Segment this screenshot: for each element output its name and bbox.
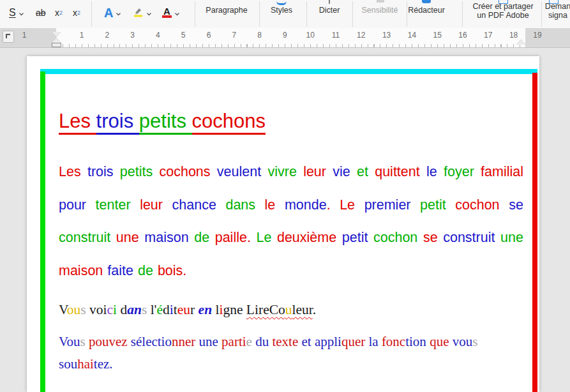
first-line-indent-marker[interactable] xyxy=(52,32,61,37)
toolbar-group-create-pdf[interactable]: Créer et partager un PDF Adobe xyxy=(472,3,533,20)
ruler-number: 4 xyxy=(154,31,162,40)
ruler-number: 14 xyxy=(406,31,418,40)
colored-text-segment: . xyxy=(109,356,112,372)
colored-text-segment: s xyxy=(472,334,477,349)
sensitivity-icon xyxy=(377,0,384,3)
story-paragraph[interactable]: Lestroispetitscochonsveulentvivreleurvie… xyxy=(59,156,523,287)
ruler-number: 15 xyxy=(431,31,444,40)
colored-text-segment: faite xyxy=(107,263,133,278)
colored-text-segment: appli xyxy=(311,334,341,349)
subscript-icon: x xyxy=(55,8,59,18)
colored-text-segment: monde xyxy=(285,197,327,213)
colored-text-segment: sélectio xyxy=(128,334,172,349)
underline-dropdown-chevron[interactable] xyxy=(19,7,24,19)
colored-text-segment: du xyxy=(252,334,269,349)
hanging-indent-marker[interactable] xyxy=(52,38,61,43)
toolbar-separator xyxy=(91,1,92,27)
colored-text-segment: s xyxy=(142,302,147,317)
font-color-button[interactable]: A xyxy=(162,0,180,26)
document-title[interactable]: Les trois petits cochons xyxy=(59,110,266,133)
colored-text-segment: leur xyxy=(292,302,313,317)
colored-text-segment: quittent xyxy=(375,164,420,179)
colored-text-segment: é xyxy=(156,302,163,317)
colored-text-segment: maison xyxy=(59,263,103,278)
colored-text-segment: fonc xyxy=(379,334,406,349)
colored-text-segment: maison xyxy=(144,230,188,245)
colored-text-segment: . xyxy=(313,302,316,317)
colored-text-segment: quer xyxy=(341,334,365,349)
document-page[interactable]: Les trois petits cochons Lestroispetitsc… xyxy=(27,56,539,392)
subscript-button[interactable]: x2 xyxy=(55,0,63,26)
colored-text-segment: une xyxy=(195,334,218,349)
colored-text-segment: se xyxy=(509,197,523,213)
right-indent-marker[interactable] xyxy=(516,40,525,45)
lirecouleur-editor-line[interactable]: Vous voici dans l'éditeur en ligne LireC… xyxy=(59,302,316,318)
page-border-right-red xyxy=(532,73,537,392)
font-color-dropdown-chevron[interactable] xyxy=(174,7,180,19)
colored-text-segment: d xyxy=(163,302,170,317)
colored-text-segment: l' xyxy=(147,302,156,317)
colored-text-segment: leur xyxy=(140,197,163,213)
toolbar-group-styles[interactable]: Styles xyxy=(271,6,292,15)
colored-text-segment: s xyxy=(80,334,85,349)
colored-text-segment: de xyxy=(138,263,153,278)
colored-text-segment: que xyxy=(426,334,449,349)
ruler-number: 11 xyxy=(330,31,341,40)
highlight-button[interactable] xyxy=(133,0,152,26)
colored-text-segment: vie xyxy=(333,164,350,179)
superscript-button[interactable]: x2 xyxy=(73,0,80,26)
colored-text-segment: trois xyxy=(87,164,114,179)
colored-text-segment: et xyxy=(298,334,311,349)
toolbar-separator xyxy=(462,1,463,27)
colored-text-segment: pouvez xyxy=(86,334,128,349)
colored-text-segment: d xyxy=(117,302,127,317)
colored-text-segment: construit xyxy=(59,230,110,245)
toolbar-separator xyxy=(407,1,407,27)
colored-text-segment: s xyxy=(80,302,86,317)
colored-text-segment: cochon xyxy=(373,230,417,245)
ruler-number: 12 xyxy=(355,31,367,40)
colored-text-segment: tenter xyxy=(96,197,131,213)
colored-text-segment: cochons xyxy=(159,164,210,179)
colored-text-segment: une xyxy=(500,230,523,245)
toolbar-group-redacteur[interactable]: Rédacteur xyxy=(408,6,445,15)
colored-text-segment: tion xyxy=(405,334,426,349)
text-line: Vous pouvez sélectionner une partie du t… xyxy=(59,331,477,353)
toolbar-group-request-signatures[interactable]: Deman signa xyxy=(545,3,570,20)
colored-text-segment: bois xyxy=(158,263,183,278)
colored-text-segment: une xyxy=(116,230,139,245)
page-border-top-cyan xyxy=(40,69,537,74)
colored-text-segment: cochons xyxy=(192,110,266,135)
ruler-number: 7 xyxy=(230,31,238,40)
text-effects-button[interactable]: A xyxy=(104,0,121,26)
underline-button[interactable]: S xyxy=(9,0,24,26)
tab-selector[interactable] xyxy=(3,31,14,43)
colored-text-segment: vou xyxy=(449,334,472,349)
instructions-paragraph[interactable]: Vous pouvez sélectionner une partie du t… xyxy=(59,331,477,375)
text-line: pourtenterleurchancedanslemonde.Lepremie… xyxy=(59,189,523,222)
colored-text-segment: eu xyxy=(177,302,190,317)
colored-text-segment: le xyxy=(265,197,276,213)
highlight-dropdown-chevron[interactable] xyxy=(146,7,152,19)
document-workspace: Les trois petits cochons Lestroispetitsc… xyxy=(0,48,570,392)
left-indent-marker[interactable] xyxy=(52,43,61,47)
colored-text-segment: . xyxy=(247,230,251,245)
strikethrough-button[interactable]: ab xyxy=(36,0,46,26)
colored-text-segment: se xyxy=(423,230,438,245)
text-effects-dropdown-chevron[interactable] xyxy=(116,7,121,19)
colored-text-segment: la xyxy=(365,334,378,349)
page-border-left-green xyxy=(40,72,45,392)
colored-text-segment: hai xyxy=(77,356,94,372)
colored-text-segment: veulent xyxy=(217,164,261,179)
colored-text-segment: pour xyxy=(59,197,86,213)
toolbar-separator xyxy=(259,1,260,27)
colored-text-segment: tez xyxy=(94,356,109,372)
toolbar-group-paragraphe[interactable]: Paragraphe xyxy=(206,6,247,15)
toolbar-group-dicter[interactable]: Dicter xyxy=(319,6,340,15)
highlighter-icon xyxy=(133,6,144,20)
toolbar-separator xyxy=(195,1,195,27)
colored-text-segment: parti xyxy=(218,334,246,349)
colored-text-segment: petits xyxy=(120,164,153,179)
colored-text-segment: nner xyxy=(172,334,195,349)
colored-text-segment: gne xyxy=(223,302,243,317)
